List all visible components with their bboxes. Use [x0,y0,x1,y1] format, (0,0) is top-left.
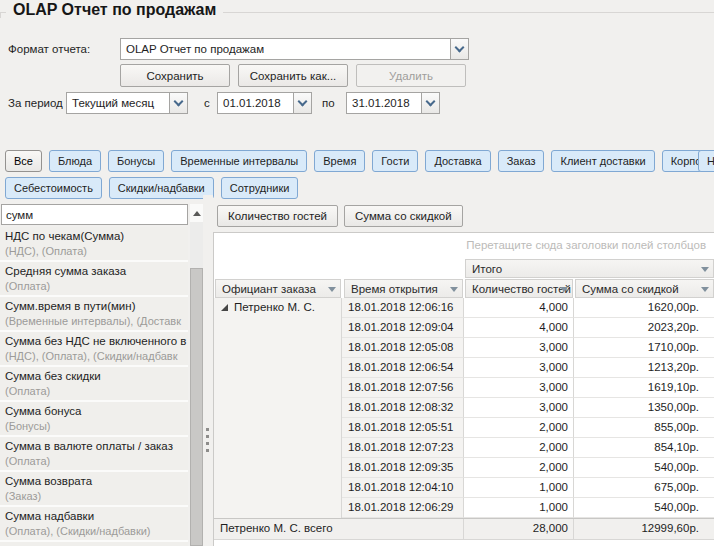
table-row[interactable]: 18.01.2018 12:09:04 4,000 2023,20р. [342,318,714,338]
chevron-down-icon[interactable] [169,93,187,113]
table-row[interactable]: 18.01.2018 12:06:54 3,000 1213,20р. [342,358,714,378]
table-row[interactable]: 18.01.2018 12:09:35 2,000 540,00р. [342,458,714,478]
field-list-item[interactable]: НДС по чекам(Сумма) (НДС), (Оплата) [0,227,188,260]
category-button[interactable]: Клиент доставки [551,150,654,172]
discount-sum-cell[interactable]: 675,00р. [574,478,714,498]
field-list-item[interactable]: Сумма в валюте оплаты / заказ (Оплата) [0,437,188,470]
discount-sum-cell[interactable]: 855,00р. [574,418,714,438]
scrollbar-thumb[interactable] [190,268,203,546]
field-list-item[interactable]: Сумма надбавки (Оплата), (Скидки/надбавк… [0,507,188,540]
date-to-select[interactable]: 31.01.2018 [346,92,440,114]
measure-chip[interactable]: Количество гостей [217,205,338,227]
guest-count-cell[interactable]: 1,000 [464,498,574,518]
delete-button[interactable]: Удалить [356,64,466,87]
period-preset-value: Текущий месяц [67,97,169,109]
category-button[interactable]: Временные интервалы [171,150,307,172]
field-list-item[interactable]: Сумма без скидки (Оплата) [0,367,188,400]
clipped-list-item[interactable] [0,542,188,546]
period-preset-select[interactable]: Текущий месяц [66,92,188,114]
discount-sum-cell[interactable]: 854,10р. [574,438,714,458]
save-button[interactable]: Сохранить [120,64,230,87]
field-search-input[interactable] [1,204,188,225]
open-time-cell[interactable]: 18.01.2018 12:06:29 [342,498,464,518]
column-header-discount-sum[interactable]: Сумма со скидкой [575,279,714,298]
expand-icon[interactable] [221,304,228,311]
open-time-cell[interactable]: 18.01.2018 12:05:08 [342,338,464,358]
category-button[interactable]: Сотрудники [221,177,299,199]
open-time-cell[interactable]: 18.01.2018 12:06:54 [342,358,464,378]
group-name: Петренко М. С. [234,301,315,313]
chevron-down-icon[interactable] [450,39,468,59]
field-list-item[interactable]: Сумм.время в пути(мин) (Временные интерв… [0,297,188,330]
filter-icon[interactable] [701,267,709,272]
open-time-cell[interactable]: 18.01.2018 12:05:51 [342,418,464,438]
discount-sum-cell[interactable]: 1619,10р. [574,378,714,398]
discount-sum-cell[interactable]: 1350,00р. [574,398,714,418]
open-time-cell[interactable]: 18.01.2018 12:07:56 [342,378,464,398]
filter-icon[interactable] [560,287,568,292]
table-row[interactable]: 18.01.2018 12:05:51 2,000 855,00р. [342,418,714,438]
column-header-guests[interactable]: Количество гостей [465,279,573,298]
discount-sum-cell[interactable]: 1213,20р. [574,358,714,378]
discount-sum-cell[interactable]: 1710,00р. [574,338,714,358]
table-row[interactable]: 18.01.2018 12:06:29 1,000 540,00р. [342,498,714,518]
column-dropzone[interactable]: Перетащите сюда заголовки полей столбцов [214,233,714,258]
guest-count-cell[interactable]: 2,000 [464,438,574,458]
chevron-down-icon[interactable] [421,93,439,113]
category-all-button[interactable]: Все [5,150,42,172]
guest-count-cell[interactable]: 4,000 [464,318,574,338]
totals-column-header[interactable]: Итого [465,259,714,278]
sort-icon[interactable] [450,287,458,292]
open-time-cell[interactable]: 18.01.2018 12:04:10 [342,478,464,498]
filter-icon[interactable] [701,287,709,292]
category-button[interactable]: Себестоимость [5,177,102,199]
discount-sum-cell[interactable]: 540,00р. [574,498,714,518]
guest-count-cell[interactable]: 4,000 [464,298,574,318]
field-list-item[interactable]: Сумма без НДС не включенного в с (НДС), … [0,332,188,365]
guest-count-cell[interactable]: 2,000 [464,458,574,478]
category-button[interactable]: Скидки/надбавки [109,177,214,199]
discount-sum-cell[interactable]: 540,00р. [574,458,714,478]
field-list-item[interactable]: Сумма возврата (Заказ) [0,472,188,505]
chevron-down-icon[interactable] [293,93,311,113]
category-button[interactable]: Доставка [425,150,490,172]
scroll-up-button[interactable] [190,204,203,222]
open-time-cell[interactable]: 18.01.2018 12:09:35 [342,458,464,478]
category-button[interactable]: Заказ [498,150,545,172]
table-row[interactable]: 18.01.2018 12:04:10 1,000 675,00р. [342,478,714,498]
category-button[interactable]: Блюда [49,150,101,172]
guest-count-cell[interactable]: 1,000 [464,478,574,498]
guest-count-cell[interactable]: 2,000 [464,418,574,438]
table-row[interactable]: 18.01.2018 12:06:16 4,000 1620,00р. [342,298,714,318]
table-row[interactable]: 18.01.2018 12:05:08 3,000 1710,00р. [342,338,714,358]
guest-count-cell[interactable]: 3,000 [464,378,574,398]
table-row[interactable]: 18.01.2018 12:08:32 3,000 1350,00р. [342,398,714,418]
guest-count-cell[interactable]: 3,000 [464,358,574,378]
open-time-cell[interactable]: 18.01.2018 12:06:16 [342,298,464,318]
group-cell[interactable]: Петренко М. С. [214,298,342,518]
open-time-cell[interactable]: 18.01.2018 12:08:32 [342,398,464,418]
open-time-cell[interactable]: 18.01.2018 12:09:04 [342,318,464,338]
category-button-clipped[interactable]: НДС [698,150,714,172]
discount-sum-cell[interactable]: 2023,20р. [574,318,714,338]
field-list-scrollbar[interactable] [190,204,203,546]
column-header-waiter[interactable]: Официант заказа [215,279,341,298]
sort-icon[interactable] [328,287,336,292]
table-row[interactable]: 18.01.2018 12:07:23 2,000 854,10р. [342,438,714,458]
measure-chip[interactable]: Сумма со скидкой [344,205,463,227]
save-as-button[interactable]: Сохранить как... [238,64,348,87]
date-from-select[interactable]: 01.01.2018 [217,92,312,114]
field-list-item[interactable]: Сумма бонуса (Бонусы) [0,402,188,435]
guest-count-cell[interactable]: 3,000 [464,398,574,418]
panel-splitter[interactable] [203,195,213,546]
field-list-item[interactable]: Средняя сумма заказа (Оплата) [0,262,188,295]
category-button[interactable]: Время [314,150,365,172]
category-button[interactable]: Гости [372,150,418,172]
guest-count-cell[interactable]: 3,000 [464,338,574,358]
column-header-open-time[interactable]: Время открытия [344,279,463,298]
table-row[interactable]: 18.01.2018 12:07:56 3,000 1619,10р. [342,378,714,398]
discount-sum-cell[interactable]: 1620,00р. [574,298,714,318]
open-time-cell[interactable]: 18.01.2018 12:07:23 [342,438,464,458]
category-button[interactable]: Бонусы [108,150,164,172]
report-format-select[interactable]: OLAP Отчет по продажам [120,38,469,60]
